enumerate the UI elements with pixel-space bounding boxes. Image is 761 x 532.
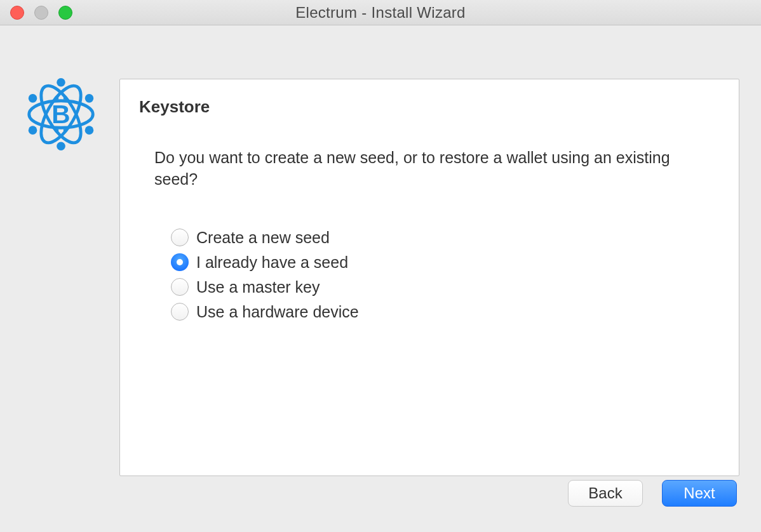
window-body: B Keystore Do you want to create a new s…: [0, 25, 761, 532]
svg-point-4: [57, 142, 65, 151]
svg-point-6: [85, 94, 94, 103]
radio-label: I already have a seed: [196, 253, 348, 272]
svg-point-7: [29, 126, 37, 135]
panel-question: Do you want to create a new seed, or to …: [154, 147, 704, 190]
electrum-logo-icon: B: [24, 77, 98, 151]
radio-label: Use a master key: [196, 278, 320, 296]
next-button[interactable]: Next: [662, 480, 737, 507]
radio-create-new-seed[interactable]: Create a new seed: [171, 229, 720, 247]
svg-point-5: [29, 94, 37, 103]
wizard-panel: Keystore Do you want to create a new see…: [119, 79, 739, 476]
radio-use-hardware-device[interactable]: Use a hardware device: [171, 303, 720, 321]
back-button[interactable]: Back: [568, 480, 643, 507]
window-titlebar: Electrum - Install Wizard: [0, 0, 761, 25]
radio-icon: [171, 278, 189, 296]
window-controls: [10, 0, 72, 25]
radio-icon: [171, 229, 189, 246]
minimize-icon[interactable]: [34, 6, 48, 20]
panel-heading: Keystore: [139, 97, 720, 117]
radio-label: Use a hardware device: [196, 303, 359, 321]
radio-label: Create a new seed: [196, 229, 330, 247]
keystore-radio-group: Create a new seed I already have a seed …: [171, 229, 720, 321]
svg-point-3: [57, 78, 65, 87]
svg-text:B: B: [51, 100, 70, 129]
window-title: Electrum - Install Wizard: [0, 4, 761, 22]
zoom-icon[interactable]: [58, 6, 72, 20]
close-icon[interactable]: [10, 6, 24, 20]
radio-icon: [171, 303, 189, 321]
radio-use-master-key[interactable]: Use a master key: [171, 278, 720, 296]
radio-icon: [171, 253, 189, 271]
svg-point-8: [85, 126, 94, 135]
wizard-buttons: Back Next: [568, 480, 737, 507]
radio-already-have-seed[interactable]: I already have a seed: [171, 253, 720, 272]
